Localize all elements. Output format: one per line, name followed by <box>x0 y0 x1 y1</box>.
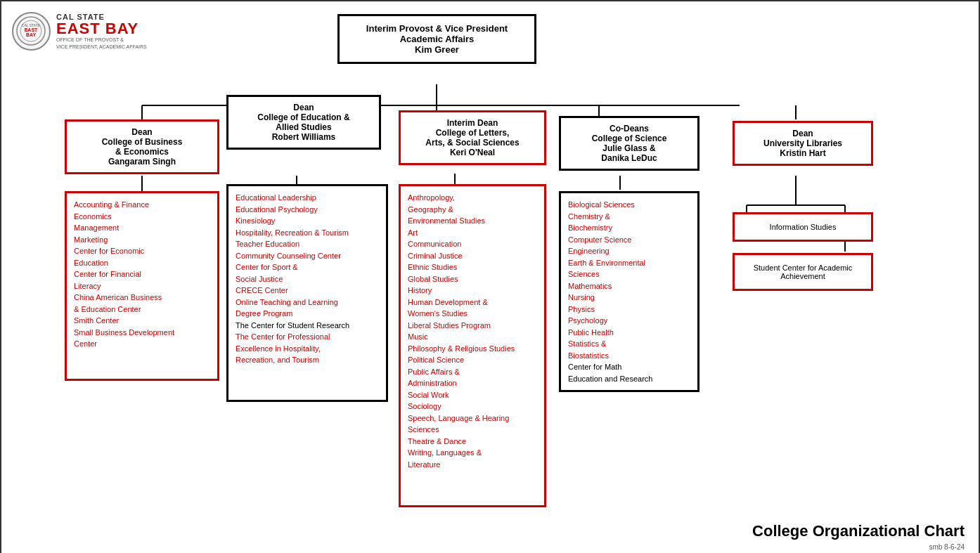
dept-item: Public Health <box>568 327 690 339</box>
dept-item: Center <box>74 338 210 350</box>
info-studies-box: Information Studies <box>733 212 873 242</box>
dept-item: Political Science <box>408 354 537 366</box>
dean-education-title: Dean College of Education & Allied Studi… <box>236 103 372 142</box>
dept-item: Recreation, and Tourism <box>236 354 379 366</box>
dept-item: Liberal Studies Program <box>408 320 537 332</box>
dept-item: Nursing <box>568 292 690 304</box>
education-depts-box: Educational Leadership Educational Psych… <box>226 184 388 402</box>
dept-item: Educational Leadership <box>236 192 379 204</box>
top-node: Interim Provost & Vice President Academi… <box>337 14 536 64</box>
dept-item: Education and Research <box>568 373 690 385</box>
dept-item: Biological Sciences <box>568 199 690 211</box>
dean-business-title: Dean College of Business & Economics Gan… <box>74 127 210 167</box>
dean-letters-title: Interim Dean College of Letters, Arts, &… <box>408 118 537 157</box>
letters-depts-box: Anthropology, Geography & Environmental … <box>399 184 546 507</box>
dept-item: Global Studies <box>408 273 537 285</box>
dept-item: Degree Program <box>236 308 379 320</box>
dept-item: Smith Center <box>74 315 210 327</box>
dept-item: Mathematics <box>568 280 690 292</box>
dept-item: Human Development & <box>408 297 537 308</box>
dept-item: Center for Sport & <box>236 261 379 273</box>
dept-item: CRECE Center <box>236 285 379 297</box>
dean-business-box: Dean College of Business & Economics Gan… <box>65 119 219 174</box>
chart-title: College Organizational Chart <box>752 522 965 540</box>
dean-letters-box: Interim Dean College of Letters, Arts, &… <box>399 110 546 165</box>
student-center-box: Student Center for AcademicAchievement <box>733 253 873 291</box>
dept-item: The Center for Student Research <box>236 320 379 332</box>
dept-item: Sociology <box>408 401 537 412</box>
dept-item: Biostatistics <box>568 350 690 362</box>
logo-text: CAL STATE EAST BAY OFFICE OF THE PROVOST… <box>56 13 147 49</box>
dept-item: Economics <box>74 211 210 223</box>
dept-item: Physics <box>568 304 690 315</box>
dept-item: Management <box>74 222 210 234</box>
version-label: smb 8-6-24 <box>929 543 965 551</box>
dept-item: Administration <box>408 377 537 389</box>
dept-item: Ethnic Studies <box>408 261 537 273</box>
dept-item: Public Affairs & <box>408 366 537 378</box>
dept-item: Community Counseling Center <box>236 250 379 262</box>
svg-text:EAST: EAST <box>25 27 38 32</box>
dept-item: Education <box>74 257 210 269</box>
dept-item: Literacy <box>74 280 210 292</box>
dept-item: Educational Psychology <box>236 204 379 216</box>
dept-item: Speech, Language & Hearing <box>408 412 537 424</box>
dept-item: China American Business <box>74 292 210 304</box>
dept-item: Psychology <box>568 315 690 327</box>
dept-item: Sciences <box>568 268 690 280</box>
dept-item: Literature <box>408 459 537 471</box>
dept-item: Kinesiology <box>236 215 379 227</box>
logo-east-bay: EAST BAY <box>56 21 147 37</box>
dept-item: History <box>408 285 537 297</box>
dept-item: Anthropology, <box>408 192 537 204</box>
dept-item: Chemistry & <box>568 211 690 223</box>
dept-item: Social Work <box>408 389 537 401</box>
dept-item: Center for Economic <box>74 245 210 257</box>
top-node-title: Interim Provost & Vice President Academi… <box>350 23 524 55</box>
dept-item: Sciences <box>408 424 537 436</box>
dept-item: Geography & <box>408 204 537 216</box>
dept-item: Environmental Studies <box>408 215 537 227</box>
dept-item: Teacher Education <box>236 238 379 250</box>
dept-item: Center for Financial <box>74 268 210 280</box>
dean-libraries-title: Dean University Libraries Kristin Hart <box>742 129 864 158</box>
dept-item: Online Teaching and Learning <box>236 297 379 308</box>
logo-area: CAL STATE EAST BAY CAL STATE EAST BAY OF… <box>12 12 153 51</box>
dept-item: Engineering <box>568 245 690 257</box>
dept-item: Statistics & <box>568 338 690 350</box>
dean-education-box: Dean College of Education & Allied Studi… <box>226 95 381 150</box>
dept-item: Biochemistry <box>568 222 690 234</box>
student-center-label: Student Center for AcademicAchievement <box>742 264 864 280</box>
dept-item: Art <box>408 227 537 239</box>
dept-item: Women's Studies <box>408 308 537 320</box>
dept-item: Communication <box>408 238 537 250</box>
svg-text:BAY: BAY <box>26 32 36 37</box>
dept-item: Writing, Languages & <box>408 447 537 459</box>
logo-sub: OFFICE OF THE PROVOST &VICE PRESIDENT, A… <box>56 37 147 49</box>
info-studies-label: Information Studies <box>742 223 864 231</box>
dept-item: Accounting & Finance <box>74 199 210 211</box>
science-depts-box: Biological Sciences Chemistry & Biochemi… <box>559 191 699 392</box>
dean-science-box: Co-Deans College of Science Julie Glass … <box>559 116 699 171</box>
dept-item: Excellence in Hospitality, <box>236 343 379 355</box>
dept-item: & Education Center <box>74 304 210 315</box>
dept-item: Marketing <box>74 234 210 246</box>
dept-item: The Center for Professional <box>236 331 379 343</box>
dean-science-title: Co-Deans College of Science Julie Glass … <box>568 124 690 163</box>
dept-item: Theatre & Dance <box>408 436 537 448</box>
dept-item: Criminal Justice <box>408 250 537 262</box>
logo-seal: CAL STATE EAST BAY <box>12 12 51 51</box>
dept-item: Computer Science <box>568 234 690 246</box>
dept-item: Hospitality, Recreation & Tourism <box>236 227 379 239</box>
dept-item: Philosophy & Religious Studies <box>408 343 537 355</box>
business-depts-box: Accounting & Finance Economics Managemen… <box>65 191 219 381</box>
dept-item: Small Business Development <box>74 327 210 339</box>
dean-libraries-box: Dean University Libraries Kristin Hart <box>733 121 873 166</box>
dept-item: Earth & Environmental <box>568 257 690 269</box>
dept-item: Music <box>408 331 537 343</box>
dept-item: Center for Math <box>568 361 690 373</box>
dept-item: Social Justice <box>236 273 379 285</box>
